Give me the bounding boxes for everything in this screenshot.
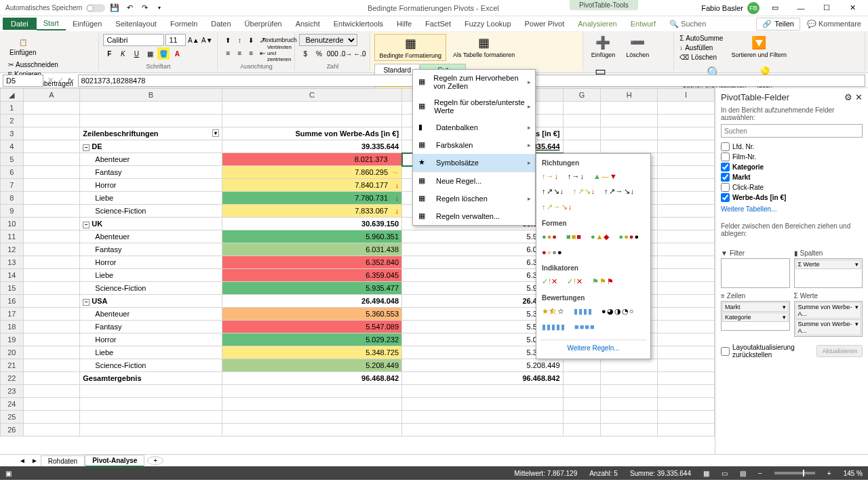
close-pane-icon[interactable]: ✕ bbox=[855, 92, 863, 102]
tab-uberprufen[interactable]: Überprüfen bbox=[238, 18, 289, 30]
autosum-button[interactable]: Σ AutoSumme bbox=[678, 34, 724, 43]
autosave-toggle[interactable] bbox=[86, 4, 105, 12]
zoom-in-icon[interactable]: + bbox=[827, 470, 831, 477]
field-markt[interactable]: Markt bbox=[721, 172, 863, 182]
view-pagelayout-icon[interactable]: ▭ bbox=[722, 470, 728, 477]
fx-icon[interactable]: fx bbox=[68, 77, 74, 85]
field-werbe[interactable]: Werbe-Ads [in €] bbox=[721, 192, 863, 203]
inc-decimal-icon[interactable]: .0→ bbox=[340, 47, 352, 60]
tab-factset[interactable]: FactSet bbox=[418, 18, 458, 30]
iconset-3stars[interactable]: ★⯪☆ bbox=[540, 306, 566, 317]
font-size-input[interactable] bbox=[165, 34, 186, 46]
undo-icon[interactable]: ↶ bbox=[124, 3, 135, 14]
font-name-input[interactable] bbox=[103, 34, 164, 46]
col-C[interactable]: C bbox=[222, 89, 401, 102]
record-macro-icon[interactable]: ▣ bbox=[5, 470, 12, 477]
save-icon[interactable]: 💾 bbox=[109, 3, 120, 14]
select-all[interactable]: ◢ bbox=[1, 89, 24, 102]
col-G[interactable]: G bbox=[563, 89, 601, 102]
field-lfdnr[interactable]: Lfd. Nr. bbox=[721, 142, 863, 152]
underline-button[interactable]: U bbox=[130, 47, 142, 60]
ribbon-options-icon[interactable]: ▭ bbox=[765, 1, 785, 15]
field-kategorie[interactable]: Kategorie bbox=[721, 162, 863, 172]
user-account[interactable]: Fabio Basler FB bbox=[701, 2, 760, 14]
font-color-button[interactable]: A bbox=[171, 47, 183, 60]
cf-icon-sets[interactable]: ★Symbolsätze▸ bbox=[413, 154, 535, 171]
iconset-4arrows-gray[interactable]: ↑↗↘↓ bbox=[540, 186, 565, 197]
sheet-tab-rohdaten[interactable]: Rohdaten bbox=[41, 455, 85, 466]
conditional-formatting-button[interactable]: ▦ Bedingte Formatierung bbox=[374, 34, 446, 61]
maximize-icon[interactable]: ☐ bbox=[816, 1, 837, 15]
clear-button[interactable]: ⌫ Löschen bbox=[678, 53, 724, 62]
iconset-3symbols-circled[interactable]: ✓!✕ bbox=[540, 276, 559, 287]
gear-icon[interactable]: ⚙ bbox=[844, 92, 852, 102]
percent-icon[interactable]: % bbox=[313, 47, 325, 60]
merge-button[interactable]: Verbinden und zentrieren bbox=[268, 47, 290, 59]
cf-new-rule[interactable]: ▦Neue Regel... bbox=[413, 171, 535, 190]
iconset-5ratings[interactable]: ▮▮▮▮▮ bbox=[540, 321, 566, 333]
tab-entwickler[interactable]: Entwicklertools bbox=[327, 18, 390, 30]
tab-analysieren[interactable]: Analysieren bbox=[571, 18, 623, 30]
sheet-nav-next-icon[interactable]: ► bbox=[28, 457, 41, 464]
tab-einfugen[interactable]: Einfügen bbox=[66, 18, 108, 30]
iconset-3triangles[interactable]: ▲—▼ bbox=[592, 171, 618, 182]
iconset-3symbols[interactable]: ✓!✕ bbox=[566, 276, 584, 287]
name-box[interactable] bbox=[3, 75, 43, 87]
redo-icon[interactable]: ↷ bbox=[139, 3, 150, 14]
delete-cells-button[interactable]: ➖Löschen bbox=[622, 34, 653, 60]
cf-highlight-cells[interactable]: ▦Regeln zum Hervorheben von Zellen▸ bbox=[413, 70, 535, 94]
format-as-table-button[interactable]: ▦ Als Tabelle formatieren bbox=[449, 34, 519, 60]
cf-manage-rules[interactable]: ▦Regeln verwalten... bbox=[413, 207, 535, 225]
iconset-5quarters[interactable]: ●◕◑◔○ bbox=[600, 306, 635, 317]
iconset-4arrows-color[interactable]: ↑↗↘↓ bbox=[572, 186, 596, 197]
field-clickrate[interactable]: Click-Rate bbox=[721, 182, 863, 192]
align-left-icon[interactable]: ≡ bbox=[222, 47, 234, 59]
col-I[interactable]: I bbox=[658, 89, 715, 102]
fill-button[interactable]: ↓ Ausfüllen bbox=[678, 43, 724, 52]
sort-filter-button[interactable]: 🔽Sortieren und Filtern bbox=[727, 34, 791, 60]
comments-button[interactable]: 💬 Kommentare bbox=[800, 18, 868, 30]
tab-fuzzy[interactable]: Fuzzy Lookup bbox=[458, 18, 517, 30]
zoom-out-icon[interactable]: − bbox=[758, 470, 762, 477]
iconset-4traffic[interactable]: ●●●● bbox=[617, 231, 640, 243]
col-A[interactable]: A bbox=[23, 89, 80, 102]
tab-entwurf[interactable]: Entwurf bbox=[624, 18, 663, 30]
defer-update-checkbox[interactable] bbox=[721, 347, 730, 356]
zoom-slider[interactable] bbox=[774, 472, 815, 474]
iconset-more-rules[interactable]: Weitere Regeln... bbox=[540, 340, 646, 356]
decrease-font-icon[interactable]: A▼ bbox=[201, 34, 213, 46]
thousands-icon[interactable]: 000 bbox=[326, 47, 338, 60]
iconset-5arrows-color[interactable]: ↑↗→↘↓ bbox=[540, 201, 573, 213]
tab-powerpivot[interactable]: Power Pivot bbox=[518, 18, 572, 30]
tab-start[interactable]: Start bbox=[37, 17, 66, 30]
qat-customize-icon[interactable]: ▾ bbox=[154, 3, 165, 14]
iconset-4ratings[interactable]: ▮▮▮▮ bbox=[572, 306, 593, 317]
tab-suchen[interactable]: 🔍 Suchen bbox=[663, 18, 713, 30]
tab-daten[interactable]: Daten bbox=[204, 18, 237, 30]
col-B[interactable]: B bbox=[80, 89, 222, 102]
number-format-select[interactable]: Benutzerdefiniert bbox=[299, 34, 357, 46]
more-tables-link[interactable]: Weitere Tabellen... bbox=[721, 203, 863, 216]
align-top-icon[interactable]: ⬆ bbox=[222, 34, 234, 46]
align-bottom-icon[interactable]: ⬇ bbox=[245, 34, 257, 46]
add-sheet-icon[interactable]: + bbox=[147, 456, 163, 465]
align-right-icon[interactable]: ≡ bbox=[245, 47, 257, 59]
border-button[interactable]: ▦ bbox=[144, 47, 156, 60]
iconset-3signs[interactable]: ●▲◆ bbox=[589, 231, 611, 243]
iconset-3traffic[interactable]: ●●● bbox=[540, 231, 558, 243]
increase-font-icon[interactable]: A▲ bbox=[187, 34, 199, 46]
cf-clear-rules[interactable]: ▦Regeln löschen▸ bbox=[413, 190, 535, 207]
tab-ansicht[interactable]: Ansicht bbox=[289, 18, 327, 30]
cf-top-bottom[interactable]: ▦Regeln für oberste/unterste Werte▸ bbox=[413, 94, 535, 119]
view-pagebreak-icon[interactable]: ▤ bbox=[740, 470, 746, 477]
field-search-input[interactable] bbox=[721, 124, 863, 138]
cancel-formula-icon[interactable]: ✕ bbox=[47, 76, 54, 85]
close-icon[interactable]: ✕ bbox=[842, 1, 863, 15]
collapse-icon[interactable]: − bbox=[83, 144, 90, 151]
dec-decimal-icon[interactable]: ←.0 bbox=[353, 47, 366, 60]
iconset-3arrows-gray[interactable]: ↑→↓ bbox=[566, 171, 585, 182]
iconset-5boxes[interactable]: ■■■■ bbox=[573, 321, 596, 333]
iconset-3traffic-rimmed[interactable]: ■■■ bbox=[565, 231, 583, 243]
confirm-formula-icon[interactable]: ✓ bbox=[58, 76, 64, 85]
minimize-icon[interactable]: — bbox=[791, 1, 811, 15]
